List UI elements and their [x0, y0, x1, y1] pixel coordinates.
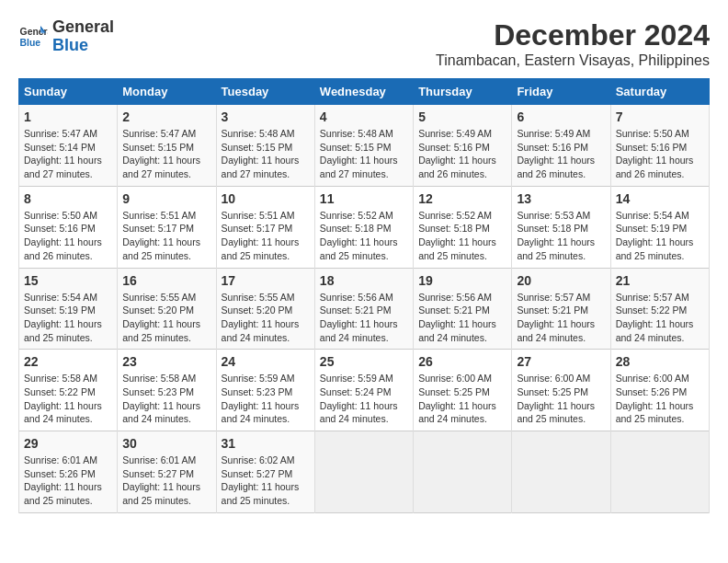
- day-info: Sunrise: 5:50 AMSunset: 5:16 PMDaylight:…: [24, 209, 112, 263]
- day-number: 6: [517, 109, 605, 124]
- day-info: Sunrise: 5:58 AMSunset: 5:22 PMDaylight:…: [24, 372, 112, 426]
- table-row: 18Sunrise: 5:56 AMSunset: 5:21 PMDayligh…: [314, 268, 413, 350]
- day-number: 22: [24, 354, 112, 369]
- day-number: 13: [517, 191, 605, 206]
- table-row: 20Sunrise: 5:57 AMSunset: 5:21 PMDayligh…: [512, 268, 610, 350]
- day-info: Sunrise: 5:47 AMSunset: 5:15 PMDaylight:…: [122, 127, 210, 181]
- day-info: Sunrise: 6:01 AMSunset: 5:27 PMDaylight:…: [122, 454, 210, 508]
- day-number: 4: [320, 109, 408, 124]
- day-number: 7: [616, 109, 704, 124]
- day-info: Sunrise: 5:58 AMSunset: 5:23 PMDaylight:…: [122, 372, 210, 426]
- table-row: [414, 431, 512, 513]
- day-number: 26: [418, 354, 506, 369]
- table-row: 3Sunrise: 5:48 AMSunset: 5:15 PMDaylight…: [216, 105, 314, 187]
- table-row: 21Sunrise: 5:57 AMSunset: 5:22 PMDayligh…: [610, 268, 709, 350]
- table-row: [610, 431, 709, 513]
- calendar-week-row: 29Sunrise: 6:01 AMSunset: 5:26 PMDayligh…: [19, 431, 710, 513]
- header-thursday: Thursday: [414, 79, 512, 105]
- day-number: 15: [24, 273, 112, 288]
- day-number: 31: [222, 436, 310, 451]
- table-row: 17Sunrise: 5:55 AMSunset: 5:20 PMDayligh…: [216, 268, 314, 350]
- table-row: 30Sunrise: 6:01 AMSunset: 5:27 PMDayligh…: [118, 431, 216, 513]
- table-row: 1Sunrise: 5:47 AMSunset: 5:14 PMDaylight…: [19, 105, 118, 187]
- day-number: 11: [320, 191, 408, 206]
- table-row: 25Sunrise: 5:59 AMSunset: 5:24 PMDayligh…: [314, 350, 413, 431]
- day-info: Sunrise: 5:53 AMSunset: 5:18 PMDaylight:…: [517, 209, 605, 263]
- day-info: Sunrise: 5:56 AMSunset: 5:21 PMDaylight:…: [320, 291, 408, 345]
- table-row: 24Sunrise: 5:59 AMSunset: 5:23 PMDayligh…: [216, 350, 314, 431]
- day-info: Sunrise: 5:54 AMSunset: 5:19 PMDaylight:…: [24, 291, 112, 345]
- day-info: Sunrise: 5:48 AMSunset: 5:15 PMDaylight:…: [320, 127, 408, 181]
- table-row: 2Sunrise: 5:47 AMSunset: 5:15 PMDaylight…: [118, 105, 216, 187]
- day-info: Sunrise: 5:52 AMSunset: 5:18 PMDaylight:…: [320, 209, 408, 263]
- day-number: 1: [24, 109, 112, 124]
- day-info: Sunrise: 6:00 AMSunset: 5:25 PMDaylight:…: [517, 372, 605, 426]
- calendar-week-row: 8Sunrise: 5:50 AMSunset: 5:16 PMDaylight…: [19, 186, 710, 268]
- table-row: 22Sunrise: 5:58 AMSunset: 5:22 PMDayligh…: [19, 350, 118, 431]
- day-info: Sunrise: 5:59 AMSunset: 5:23 PMDaylight:…: [222, 372, 310, 426]
- day-info: Sunrise: 5:49 AMSunset: 5:16 PMDaylight:…: [517, 127, 605, 181]
- table-row: 15Sunrise: 5:54 AMSunset: 5:19 PMDayligh…: [19, 268, 118, 350]
- day-info: Sunrise: 5:57 AMSunset: 5:22 PMDaylight:…: [616, 291, 704, 345]
- table-row: 9Sunrise: 5:51 AMSunset: 5:17 PMDaylight…: [118, 186, 216, 268]
- calendar-week-row: 15Sunrise: 5:54 AMSunset: 5:19 PMDayligh…: [19, 268, 710, 350]
- table-row: 14Sunrise: 5:54 AMSunset: 5:19 PMDayligh…: [610, 186, 709, 268]
- day-info: Sunrise: 5:47 AMSunset: 5:14 PMDaylight:…: [24, 127, 112, 181]
- day-number: 19: [418, 273, 506, 288]
- header-tuesday: Tuesday: [216, 79, 314, 105]
- calendar-table: Sunday Monday Tuesday Wednesday Thursday…: [18, 78, 710, 513]
- header-monday: Monday: [118, 79, 216, 105]
- table-row: 16Sunrise: 5:55 AMSunset: 5:20 PMDayligh…: [118, 268, 216, 350]
- calendar-header-row: Sunday Monday Tuesday Wednesday Thursday…: [19, 79, 710, 105]
- table-row: 31Sunrise: 6:02 AMSunset: 5:27 PMDayligh…: [216, 431, 314, 513]
- page-header: General Blue GeneralBlue December 2024 T…: [18, 18, 710, 69]
- day-number: 20: [517, 273, 605, 288]
- table-row: 7Sunrise: 5:50 AMSunset: 5:16 PMDaylight…: [610, 105, 709, 187]
- calendar-week-row: 1Sunrise: 5:47 AMSunset: 5:14 PMDaylight…: [19, 105, 710, 187]
- day-info: Sunrise: 6:00 AMSunset: 5:26 PMDaylight:…: [616, 372, 704, 426]
- day-info: Sunrise: 5:54 AMSunset: 5:19 PMDaylight:…: [616, 209, 704, 263]
- table-row: 5Sunrise: 5:49 AMSunset: 5:16 PMDaylight…: [414, 105, 512, 187]
- day-info: Sunrise: 5:56 AMSunset: 5:21 PMDaylight:…: [418, 291, 506, 345]
- table-row: 28Sunrise: 6:00 AMSunset: 5:26 PMDayligh…: [610, 350, 709, 431]
- day-number: 17: [222, 273, 310, 288]
- table-row: 13Sunrise: 5:53 AMSunset: 5:18 PMDayligh…: [512, 186, 610, 268]
- table-row: 4Sunrise: 5:48 AMSunset: 5:15 PMDaylight…: [314, 105, 413, 187]
- day-number: 10: [222, 191, 310, 206]
- day-number: 16: [122, 273, 210, 288]
- logo: General Blue GeneralBlue: [18, 18, 114, 55]
- day-info: Sunrise: 5:49 AMSunset: 5:16 PMDaylight:…: [418, 127, 506, 181]
- day-info: Sunrise: 6:02 AMSunset: 5:27 PMDaylight:…: [222, 454, 310, 508]
- day-number: 14: [616, 191, 704, 206]
- day-number: 25: [320, 354, 408, 369]
- table-row: 12Sunrise: 5:52 AMSunset: 5:18 PMDayligh…: [414, 186, 512, 268]
- day-number: 28: [616, 354, 704, 369]
- table-row: 19Sunrise: 5:56 AMSunset: 5:21 PMDayligh…: [414, 268, 512, 350]
- day-info: Sunrise: 6:00 AMSunset: 5:25 PMDaylight:…: [418, 372, 506, 426]
- day-number: 24: [222, 354, 310, 369]
- svg-text:General: General: [20, 27, 48, 37]
- header-wednesday: Wednesday: [314, 79, 413, 105]
- table-row: 27Sunrise: 6:00 AMSunset: 5:25 PMDayligh…: [512, 350, 610, 431]
- day-info: Sunrise: 5:59 AMSunset: 5:24 PMDaylight:…: [320, 372, 408, 426]
- table-row: [314, 431, 413, 513]
- day-info: Sunrise: 5:51 AMSunset: 5:17 PMDaylight:…: [222, 209, 310, 263]
- calendar-week-row: 22Sunrise: 5:58 AMSunset: 5:22 PMDayligh…: [19, 350, 710, 431]
- table-row: 11Sunrise: 5:52 AMSunset: 5:18 PMDayligh…: [314, 186, 413, 268]
- day-number: 8: [24, 191, 112, 206]
- table-row: 10Sunrise: 5:51 AMSunset: 5:17 PMDayligh…: [216, 186, 314, 268]
- day-info: Sunrise: 5:57 AMSunset: 5:21 PMDaylight:…: [517, 291, 605, 345]
- header-saturday: Saturday: [610, 79, 709, 105]
- logo-icon: General Blue: [18, 22, 48, 52]
- day-number: 5: [418, 109, 506, 124]
- day-number: 3: [222, 109, 310, 124]
- table-row: 6Sunrise: 5:49 AMSunset: 5:16 PMDaylight…: [512, 105, 610, 187]
- day-number: 23: [122, 354, 210, 369]
- day-info: Sunrise: 5:51 AMSunset: 5:17 PMDaylight:…: [122, 209, 210, 263]
- day-number: 21: [616, 273, 704, 288]
- table-row: 29Sunrise: 6:01 AMSunset: 5:26 PMDayligh…: [19, 431, 118, 513]
- day-number: 2: [122, 109, 210, 124]
- table-row: 8Sunrise: 5:50 AMSunset: 5:16 PMDaylight…: [19, 186, 118, 268]
- day-number: 9: [122, 191, 210, 206]
- svg-text:Blue: Blue: [20, 37, 41, 47]
